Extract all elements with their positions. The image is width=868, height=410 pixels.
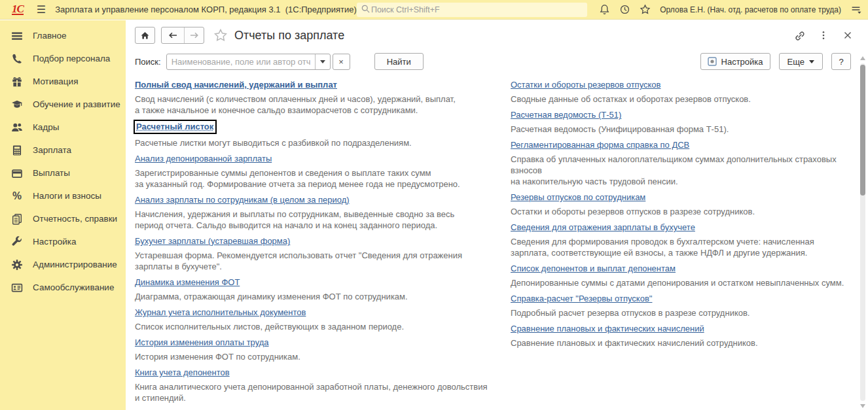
report-description: Расчетные листки могут выводиться с разб… [135,137,511,148]
main-content: Отчеты по зарплате Поиск: × Найти [126,20,868,410]
report-description: Книга аналитического учета депонированно… [135,381,511,403]
report-column-right: Остатки и обороты резервов отпусков Свод… [511,78,852,352]
report-search-group [166,54,331,70]
more-vertical-icon[interactable] [818,30,829,41]
1c-logo: 1С [12,4,24,15]
favorites-icon[interactable] [640,4,651,15]
sidebar-item[interactable]: Самообслуживание [0,276,126,299]
report-list: Полный свод начислений, удержаний и выпл… [135,78,852,407]
report-search-input[interactable] [167,54,315,69]
sidebar-item-label: Налоги и взносы [33,191,101,201]
page-title: Отчеты по зарплате [234,29,344,43]
sidebar-item[interactable]: Мотивация [0,70,126,93]
more-button[interactable]: Еще [779,53,823,70]
id-card-icon [11,282,23,294]
favorite-star-icon[interactable] [213,28,228,43]
report-description: Сравнение плановых и фактических начисле… [511,337,852,349]
report-link[interactable]: Книга учета депонентов [135,367,230,378]
report-description: Справка об уплаченных налогоплательщиком… [511,154,852,187]
gear-icon [11,259,23,271]
report-link[interactable]: Расчетная ведомость (Т-51) [511,109,621,120]
sidebar-item-label: Подбор персонала [33,54,110,63]
forward-button[interactable] [184,27,204,43]
graduation-cap-icon [11,99,23,111]
sidebar-item[interactable]: Обучение и развитие [0,93,126,116]
calculator-icon [11,145,23,156]
dropdown-icon[interactable] [315,54,330,69]
scroll-up-icon[interactable] [859,56,866,61]
report-settings-button[interactable]: Настройка [700,53,770,70]
report-link[interactable]: Остатки и обороты резервов отпусков [511,79,660,90]
sidebar-item[interactable]: Выплаты [0,162,126,184]
sidebar-item[interactable]: Отчетность, справки [0,207,126,230]
report-column-left: Полный свод начислений, удержаний и выпл… [135,78,511,407]
report-link[interactable]: Резервы отпусков по сотрудникам [511,192,645,203]
report-description: Список исполнительных листов, действующи… [135,321,511,332]
report-entry: Сравнение плановых и фактических начисле… [511,322,852,349]
report-settings-icon [708,57,717,66]
report-entry: Динамика изменения ФОТ Диаграмма, отража… [135,276,511,302]
home-button[interactable] [135,27,155,44]
report-description: Диаграмма, отражающая динамику изменения… [135,291,511,302]
report-link[interactable]: Регламентированная форма справка по ДСВ [511,139,689,150]
gift-icon [11,76,23,88]
sidebar-item-label: Кадры [33,122,59,132]
history-nav-group [161,27,204,44]
global-search-field[interactable] [371,5,583,14]
report-link[interactable]: Динамика изменения ФОТ [135,277,240,288]
report-entry: Остатки и обороты резервов отпусков Свод… [511,78,852,105]
search-icon [361,4,371,15]
report-description: Свод начислений (с количеством оплаченны… [135,94,511,116]
app-title: Зарплата и управление персоналом КОРП, р… [55,5,357,14]
sidebar-item[interactable]: Главное [0,24,126,47]
report-link[interactable]: Расчетный листок [134,120,217,134]
search-label: Поиск: [135,57,161,67]
report-description: История изменения ФОТ по сотрудникам. [135,351,511,362]
sidebar-item[interactable]: Настройка [0,230,126,253]
report-link[interactable]: История изменения оплаты труда [135,337,269,348]
sidebar-item[interactable]: Кадры [0,116,126,139]
history-icon[interactable] [619,4,630,15]
scrollbar-thumb[interactable] [860,65,865,196]
clear-search-button[interactable]: × [333,54,350,70]
close-icon[interactable] [842,30,854,41]
global-search-input[interactable] [357,3,588,17]
sidebar-item[interactable]: Подбор персонала [0,47,126,70]
sidebar-item[interactable]: Администрирование [0,253,126,276]
report-link[interactable]: Сравнение плановых и фактических начисле… [511,323,704,334]
sidebar-item[interactable]: Зарплата [0,139,126,162]
report-description: Зарегистрированные суммы депонентов и св… [135,167,511,190]
report-link[interactable]: Список депонентов и выплат депонентам [511,263,676,274]
vertical-scrollbar[interactable] [859,56,867,409]
report-link[interactable]: Справка-расчет "Резервы отпусков" [511,293,652,304]
service-menu-icon[interactable] [850,4,861,15]
report-link[interactable]: Сведения для отражения зарплаты в бухуче… [511,222,695,233]
report-link[interactable]: Анализ зарплаты по сотрудникам (в целом … [135,194,350,205]
wrench-icon [11,236,23,248]
more-dropdown-icon [809,60,814,63]
scroll-down-icon[interactable] [859,403,866,409]
report-entry: История изменения оплаты труда История и… [135,336,511,362]
report-link[interactable]: Полный свод начислений, удержаний и выпл… [135,79,337,90]
report-description: Подробный расчет резерва отпусков в разр… [511,307,852,318]
link-icon[interactable] [794,30,805,41]
sidebar-item-label: Настройка [33,237,76,247]
report-entry: Резервы отпусков по сотрудникам Остатки … [511,191,852,217]
back-button[interactable] [162,27,184,43]
report-link[interactable]: Анализ депонированной зарплаты [135,153,272,164]
report-description: Расчетная ведомость (Унифицированная фор… [511,124,852,135]
sidebar-item-label: Мотивация [33,77,78,86]
find-button[interactable]: Найти [374,53,424,70]
sidebar-item-label: Главное [33,31,67,41]
help-button[interactable]: ? [831,53,851,70]
report-description: Устаревшая форма. Рекомендуется использо… [135,250,511,272]
report-link[interactable]: Бухучет зарплаты (устаревшая форма) [135,235,290,247]
current-user[interactable]: Орлова Е.Н. (Нач. отд. расчетов по оплат… [660,5,841,14]
report-entry: Бухучет зарплаты (устаревшая форма) Уста… [135,235,511,272]
report-link[interactable]: Журнал учета исполнительных документов [135,307,306,318]
bell-icon[interactable] [599,4,610,15]
sidebar-item[interactable]: % Налоги и взносы [0,184,126,207]
main-menu-icon[interactable]: ☰ [37,3,46,16]
report-entry: Регламентированная форма справка по ДСВ … [511,139,852,187]
report-entry: Книга учета депонентов Книга аналитическ… [135,366,511,403]
